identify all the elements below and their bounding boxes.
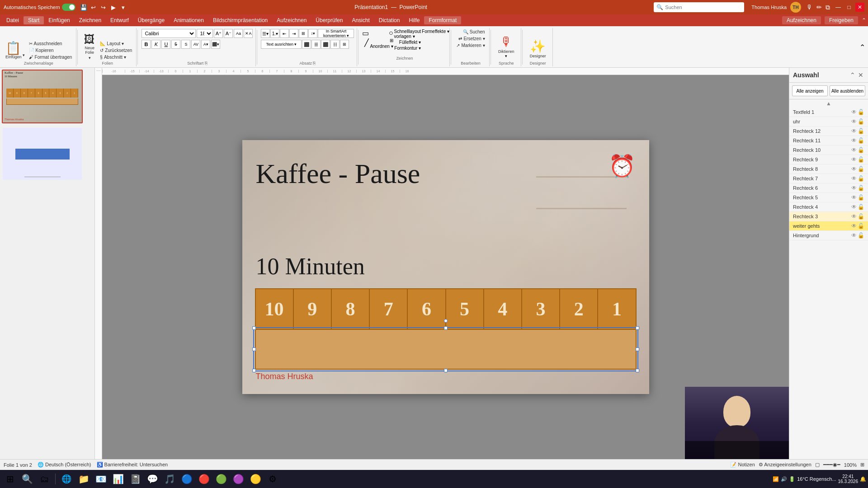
redo-icon[interactable]: ↪ [99,3,108,12]
timer-container[interactable]: 10 9 8 7 6 5 4 3 2 1 [255,288,637,370]
zuruecksetzen-button[interactable]: ↺ Zurücksetzen [99,47,133,53]
lock-icon-13[interactable]: 🔓 [858,223,864,229]
bold-button[interactable]: B [142,40,151,49]
anordnen-button[interactable]: Anordnen ▾ [370,44,393,49]
app-icon-4[interactable]: 🟣 [230,471,246,487]
menu-aufzeichnen[interactable]: Aufzeichnen [272,16,311,24]
visibility-icon-14[interactable]: 👁 [851,232,857,239]
menu-ueberpruefen[interactable]: Überprüfen [311,16,347,24]
layer-rechteck5[interactable]: Rechteck 5 👁 🔓 [789,193,868,202]
taskbar-clock[interactable]: 22:41 16.3.2026 [838,474,859,484]
col-button[interactable]: ⊞ [299,29,308,38]
spotify-icon[interactable]: 🎵 [161,471,178,487]
save-icon[interactable]: 💾 [79,3,88,12]
shape-rect-icon[interactable]: ▭ [362,29,369,38]
wifi-icon[interactable]: 📶 [773,476,779,482]
avatar[interactable]: TH [790,2,801,13]
align-right-button[interactable]: ⬛ [321,40,330,49]
slide-thumb-1[interactable]: Kaffee - Pause10 Minuten 10 9 8 7 6 5 4 … [2,70,83,123]
strikethrough-button[interactable]: S̶ [171,40,180,49]
einfuegen-button[interactable]: 📋 Einfügen ▾ [4,34,27,60]
menu-zeichnen[interactable]: Zeichnen [75,16,106,24]
formeffekte-button[interactable]: Formeffekte ▾ [422,29,449,34]
lock-icon-9[interactable]: 🔓 [858,185,864,191]
lock-icon-8[interactable]: 🔓 [858,175,864,182]
diktieren-chevron[interactable]: ▾ [505,54,507,58]
layer-rechteck9[interactable]: Rechteck 9 👁 🔓 [789,155,868,164]
notification-icon[interactable]: 🔔 [860,476,866,482]
menu-einfuegen[interactable]: Einfügen [44,16,74,24]
notes-button[interactable]: 📝 Notizen [730,462,755,468]
diktieren-button[interactable]: 🎙 Diktieren ▾ [495,33,518,60]
clear-format-button[interactable]: ✕A [244,29,253,38]
edge-icon[interactable]: 🌐 [58,471,75,487]
visibility-icon[interactable]: 👁 [851,109,857,115]
underline-button[interactable]: U [161,40,170,49]
visibility-icon-7[interactable]: 👁 [851,166,857,172]
col-count-button[interactable]: ⊞ [340,40,349,49]
layer-rechteck12[interactable]: Rechteck 12 👁 🔓 [789,127,868,136]
lock-icon[interactable]: 🔓 [858,109,864,115]
onenote-icon[interactable]: 📓 [127,471,143,487]
schnelllayout-button[interactable]: Schnelllayoutvorlagen ▾ [394,29,421,39]
freigeben-button[interactable]: Freigeben [825,16,858,24]
search-box[interactable]: 🔍 [654,2,744,12]
menu-hilfe[interactable]: Hilfe [404,16,424,24]
lock-icon-11[interactable]: 🔓 [858,204,864,210]
shape-circle-icon[interactable]: ○ [389,29,393,37]
visibility-icon-13[interactable]: 👁 [851,223,857,229]
app-icon-6[interactable]: ⚙ [264,471,281,487]
menu-formformat[interactable]: Formformat [424,16,461,24]
line-spacing-button[interactable]: ↕▾ [308,29,317,38]
canvas-area[interactable]: -16 -15 -14 -13 0 1 2 3 4 5 6 7 8 9 10 1… [102,68,789,459]
collapse-ribbon-icon[interactable]: ⌃ [862,17,866,23]
app-icon-1[interactable]: 🔵 [179,471,195,487]
abschnitt-button[interactable]: § Abschnitt ▾ [99,54,133,60]
app-icon-3[interactable]: 🟢 [213,471,229,487]
visibility-icon-9[interactable]: 👁 [851,185,857,191]
italic-button[interactable]: K [151,40,160,49]
visibility-icon-12[interactable]: 👁 [851,213,857,220]
justify-button[interactable]: ☷ [330,40,340,49]
lock-icon-12[interactable]: 🔓 [858,213,864,220]
font-color-button[interactable]: A▾ [201,40,210,49]
neue-folie-button[interactable]: 🖼 NeueFolie ▾ [81,34,98,60]
app-icon-2[interactable]: 🔴 [196,471,212,487]
menu-datei[interactable]: Datei [2,16,24,24]
increase-indent-button[interactable]: ⇥ [289,29,298,38]
app-icon-5[interactable]: 🟡 [247,471,264,487]
close-button[interactable]: ✕ [855,3,864,12]
layer-textfeld1[interactable]: Textfeld 1 👁 🔓 [789,108,868,117]
autosave-switch[interactable] [62,4,75,11]
visibility-icon-6[interactable]: 👁 [851,156,857,163]
lock-icon-14[interactable]: 🔓 [858,232,864,239]
align-center-button[interactable]: ☰ [311,40,321,49]
designer-button[interactable]: ✨ Designer [526,37,550,60]
font-decrease-button[interactable]: A⁻ [224,29,233,38]
layer-rechteck4[interactable]: Rechteck 4 👁 🔓 [789,202,868,212]
accessibility-status[interactable]: ♿ Barrierefreiheit: Untersuchen [97,462,168,468]
highlight-button[interactable]: ⬛▾ [211,40,220,49]
panel-close-icon[interactable]: ✕ [857,70,864,80]
layer-weiter-gehts[interactable]: weiter gehts 👁 🔓 [789,221,868,231]
mail-icon[interactable]: 📧 [93,471,109,487]
hide-all-button[interactable]: Alle ausblenden [830,85,865,96]
menu-dictation[interactable]: Dictation [374,16,405,24]
search-taskbar-icon[interactable]: 🔍 [19,471,35,487]
layout-button[interactable]: 📐 Layout ▾ [99,41,133,47]
lock-icon-5[interactable]: 🔓 [858,147,864,153]
settings-button[interactable]: ⚙ Anzeigeeinstellungen [759,462,811,468]
panel-scroll-up[interactable]: ▲ [789,99,868,108]
lock-icon-2[interactable]: 🔓 [858,118,864,125]
layer-rechteck6[interactable]: Rechteck 6 👁 🔓 [789,183,868,193]
shape-more-icon[interactable]: ⊞ [390,38,393,43]
taskview-icon[interactable]: 🗂 [36,471,52,487]
view-normal-icon[interactable]: ▢ [815,462,820,468]
present-icon[interactable]: ▶ [109,3,118,12]
kopieren-button[interactable]: 📄 Kopieren [28,47,74,53]
volume-icon[interactable]: 🔊 [781,476,787,482]
formeffekt-button[interactable]: Fülleffekt ▾ [399,40,421,45]
layer-rechteck10[interactable]: Rechteck 10 👁 🔓 [789,145,868,155]
layer-rechteck8[interactable]: Rechteck 8 👁 🔓 [789,164,868,174]
layer-hintergrund[interactable]: Hintergrund 👁 🔓 [789,231,868,240]
